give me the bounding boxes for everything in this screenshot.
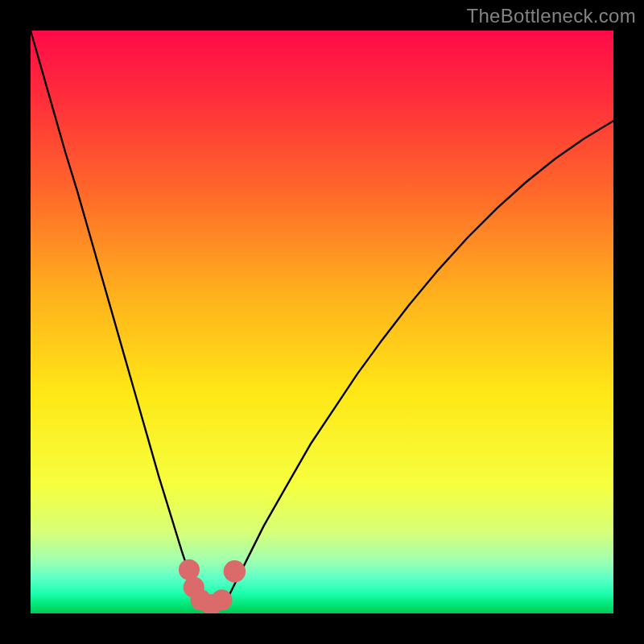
marker-right: [224, 560, 246, 583]
curve-layer: [31, 31, 613, 613]
plot-area: [31, 31, 613, 613]
bottleneck-curve: [31, 31, 613, 608]
chart-frame: TheBottleneck.com: [0, 0, 644, 644]
marker-left-top: [179, 559, 200, 580]
watermark: TheBottleneck.com: [466, 5, 636, 27]
marker-bottom-c: [211, 589, 232, 610]
